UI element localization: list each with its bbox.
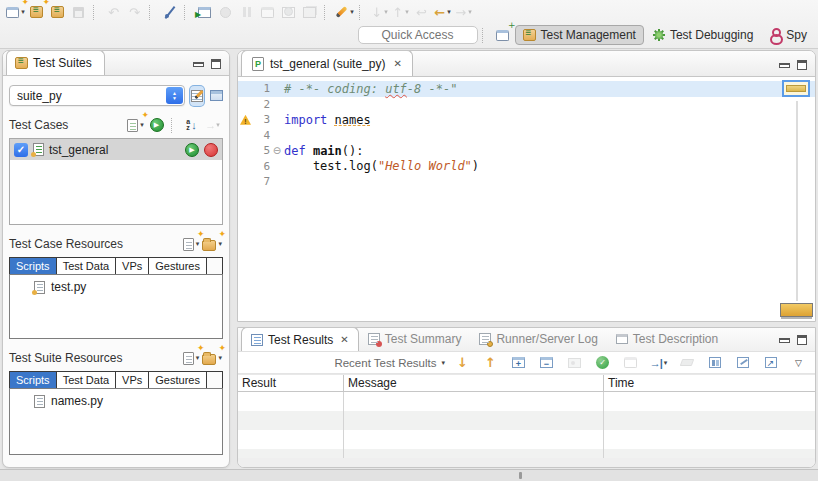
chart-view-button[interactable]	[705, 353, 724, 373]
new-test-case-button[interactable]: ✦▾	[126, 115, 145, 135]
execution-order-button[interactable]: →▾	[203, 115, 222, 135]
file-item-names-py[interactable]: names.py	[34, 394, 222, 408]
tab-runner-server-log[interactable]: Runner/Server Log	[470, 327, 606, 351]
editor-tab-tst-general[interactable]: P tst_general (suite_py) ✕	[241, 50, 413, 76]
new-resource-file-button[interactable]: ✦▾	[181, 234, 200, 254]
new-report-button[interactable]	[621, 353, 640, 373]
export-icon: ↗	[765, 357, 777, 368]
line-number: 3	[253, 113, 270, 126]
history-chart-button[interactable]	[733, 353, 752, 373]
run-all-test-cases-button[interactable]: ▶	[147, 115, 166, 135]
windows-button[interactable]	[300, 2, 319, 22]
suite-settings-button[interactable]	[209, 86, 223, 106]
redo-button[interactable]: ↷	[125, 2, 144, 22]
maximize-editor-button[interactable]	[797, 60, 807, 70]
maximize-results-button[interactable]	[797, 335, 807, 345]
new-resource-folder-button[interactable]: ✦▾	[202, 234, 222, 254]
record-test-case-button[interactable]	[204, 143, 218, 157]
code-editor[interactable]: 1 # -*- coding: utf-8 -*-" 2 ! 3 import …	[238, 77, 815, 322]
code-line: ! 3 import names	[238, 112, 815, 128]
next-result-button[interactable]: ↓	[453, 353, 472, 373]
column-header-time[interactable]: Time	[604, 375, 815, 391]
recent-test-results-dropdown[interactable]: Recent Test Results▾	[334, 357, 445, 369]
run-test-case-button[interactable]: ▶	[185, 143, 199, 157]
tab-scripts[interactable]: Scripts	[9, 257, 57, 275]
new-view-button[interactable]	[258, 2, 277, 22]
tab-test-summary[interactable]: Test Summary	[359, 327, 471, 351]
minimize-results-button[interactable]	[779, 338, 790, 343]
object-map-button[interactable]	[190, 86, 204, 106]
new-suite-resource-file-button[interactable]: ✦▾	[181, 348, 200, 368]
test-case-name: tst_general	[49, 143, 180, 157]
minimize-editor-button[interactable]	[779, 63, 790, 68]
line-number: 6	[253, 160, 270, 173]
tab-vps[interactable]: VPs	[115, 257, 149, 275]
test-case-checkbox[interactable]: ✓	[14, 143, 28, 157]
new-wizard-button[interactable]: ✦▾	[6, 2, 25, 22]
column-header-message[interactable]: Message	[344, 375, 604, 391]
export-results-button[interactable]: ↗	[761, 353, 780, 373]
tab-test-data[interactable]: Test Data	[56, 371, 116, 389]
close-tab-icon[interactable]: ✕	[393, 58, 401, 69]
open-test-suite-button[interactable]	[48, 2, 67, 22]
tab-test-suites[interactable]: Test Suites	[6, 50, 105, 75]
expand-all-button[interactable]: +	[509, 353, 528, 373]
perspective-test-management[interactable]: Test Management	[515, 25, 644, 45]
collapse-all-button[interactable]: −	[537, 353, 556, 373]
undo-button[interactable]: ↶	[104, 2, 123, 22]
save-button[interactable]	[69, 2, 88, 22]
perspective-spy[interactable]: Spy	[762, 26, 814, 44]
restore-minimized-view-button[interactable]	[780, 303, 813, 317]
new-test-suite-button[interactable]: ✦	[27, 2, 46, 22]
close-tab-icon[interactable]: ✕	[340, 334, 348, 345]
filter-results-button[interactable]: →|▾	[649, 353, 668, 373]
dropdown-arrow-icon: ▾	[350, 8, 354, 16]
show-screenshot-button[interactable]	[565, 353, 584, 373]
column-header-result[interactable]: Result	[238, 375, 344, 391]
results-table-body[interactable]	[238, 392, 815, 458]
view-menu-button[interactable]: ▽	[789, 353, 808, 373]
last-edit-location-button[interactable]: ↩	[412, 2, 431, 22]
forward-history-button[interactable]: →▾	[454, 2, 473, 22]
web-browser-button[interactable]	[279, 2, 298, 22]
object-highlighter-button[interactable]: ▾	[335, 2, 354, 22]
results-tabbar: Test Results ✕ Test Summary Runner/Serve…	[238, 328, 815, 352]
previous-result-button[interactable]: ↑	[481, 353, 500, 373]
overview-ruler-marker[interactable]	[782, 80, 810, 97]
step-out-button[interactable]: ↑▾	[391, 2, 410, 22]
fold-marker[interactable]: ⊖	[270, 145, 284, 156]
sort-test-cases-button[interactable]: az↓	[182, 115, 201, 135]
code-line: 4	[238, 128, 815, 144]
tab-gestures[interactable]: Gestures	[148, 371, 207, 389]
file-item-test-py[interactable]: test.py	[34, 280, 222, 294]
tab-test-description[interactable]: Test Description	[607, 327, 727, 351]
code-line: 5 ⊖ def main():	[238, 143, 815, 159]
folder-icon	[202, 354, 216, 365]
pause-button[interactable]	[237, 2, 256, 22]
clear-results-button[interactable]	[677, 353, 696, 373]
perspective-test-debugging[interactable]: Test Debugging	[646, 26, 760, 44]
tab-test-data[interactable]: Test Data	[56, 257, 116, 275]
splitter-grip[interactable]	[519, 472, 522, 479]
tab-gestures[interactable]: Gestures	[148, 257, 207, 275]
suite-combo[interactable]: suite_py ▲▼	[9, 85, 185, 106]
tab-scripts[interactable]: Scripts	[9, 371, 57, 389]
record-button[interactable]	[216, 2, 235, 22]
cascade-windows-icon	[303, 7, 316, 18]
quick-access-input[interactable]	[358, 26, 478, 44]
open-perspective-button[interactable]: +	[493, 25, 512, 45]
new-suite-resource-folder-button[interactable]: ✦▾	[202, 348, 222, 368]
tab-test-results[interactable]: Test Results ✕	[241, 327, 359, 351]
minimize-view-button[interactable]	[193, 62, 204, 67]
warning-marker-icon[interactable]: !	[240, 115, 251, 125]
maximize-view-button[interactable]	[211, 59, 221, 69]
step-into-button[interactable]: ↓▾	[370, 2, 389, 22]
toolbar-separator	[93, 5, 100, 20]
stop-recording-button[interactable]	[160, 2, 179, 22]
spy-icon	[769, 28, 781, 42]
show-passes-button[interactable]: ✓	[593, 353, 612, 373]
tab-vps[interactable]: VPs	[115, 371, 149, 389]
run-test-suite-button[interactable]	[195, 2, 214, 22]
back-history-button[interactable]: ←▾	[433, 2, 452, 22]
test-case-row-tst-general[interactable]: ✓ tst_general ▶	[10, 139, 222, 160]
